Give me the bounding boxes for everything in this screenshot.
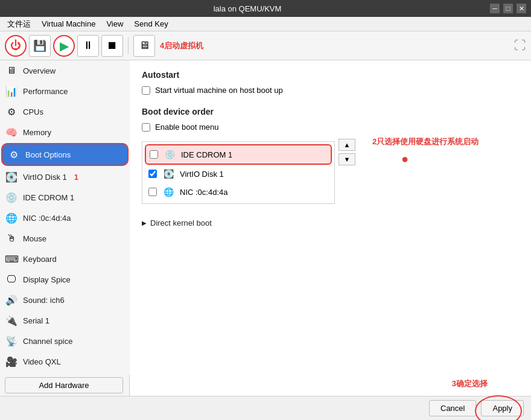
content-area: Autostart Start virtual machine on host … [130, 60, 531, 396]
bottom-bar-right: 3确定选择 Cancel Apply [429, 400, 524, 416]
cdrom-checkbox[interactable] [150, 150, 158, 159]
annotation-2-block: 2只选择使用硬盘进行系统启动 ● [365, 136, 479, 166]
virtio-disk-icon: 💽 [5, 170, 18, 183]
virtio-disk-annotation: 1 [74, 173, 78, 182]
annotation-dot: ● [401, 152, 479, 166]
direct-kernel-label: Direct kernel boot [150, 218, 212, 228]
sidebar-item-label-boot-options: Boot Options [25, 150, 71, 159]
sidebar-item-label-overview: Overview [23, 66, 56, 75]
cdrom-label: IDE CDROM 1 [181, 150, 327, 159]
stop-button[interactable]: ⏹ [101, 35, 123, 57]
toolbar-annotation: 4启动虚拟机 [160, 40, 203, 51]
sidebar: 🖥 Overview 📊 Performance ⚙ CPUs 🧠 Memory… [0, 60, 130, 375]
cancel-button[interactable]: Cancel [429, 400, 476, 416]
virtio-device-icon: 💽 [162, 167, 175, 180]
sidebar-item-keyboard[interactable]: ⌨ Keyboard [0, 249, 130, 269]
autostart-checkbox[interactable] [142, 86, 150, 95]
virtio-checkbox[interactable] [148, 170, 157, 178]
sidebar-item-label-video-qxl: Video QXL [23, 357, 61, 366]
menu-send-key[interactable]: Send Key [129, 18, 173, 30]
autostart-row: Start virtual machine on host boot up [142, 86, 519, 95]
boot-order-title: Boot device order [142, 107, 519, 116]
sidebar-item-display-spice[interactable]: 🖵 Display Spice [0, 269, 130, 290]
power-button[interactable]: ⏻ [5, 35, 27, 57]
screenshot-button[interactable]: 🖥 [133, 35, 155, 57]
ide-cdrom-icon: 💿 [5, 191, 18, 204]
run-btn-wrapper: ▶ [53, 35, 75, 57]
serial-icon: 🔌 [5, 314, 18, 327]
sidebar-item-serial-1[interactable]: 🔌 Serial 1 [0, 310, 130, 331]
boot-order-controls: ▲ ▼ [339, 139, 355, 165]
nic-device-icon: 🌐 [162, 185, 175, 199]
sidebar-item-performance[interactable]: 📊 Performance [0, 81, 130, 101]
pause-button[interactable]: ⏸ [77, 35, 99, 57]
run-button[interactable]: ▶ [53, 35, 75, 57]
boot-order-down-button[interactable]: ▼ [339, 153, 355, 165]
sidebar-item-label-serial: Serial 1 [23, 316, 49, 325]
sidebar-item-label-cpus: CPUs [23, 107, 43, 116]
performance-icon: 📊 [5, 84, 18, 98]
autostart-label: Start virtual machine on host boot up [155, 86, 283, 95]
sidebar-item-label-memory: Memory [23, 128, 51, 137]
save-button[interactable]: 💾 [29, 35, 51, 57]
sidebar-item-label-nic: NIC :0c:4d:4a [23, 214, 71, 223]
direct-kernel-triangle-icon: ▶ [142, 220, 147, 226]
sidebar-item-virtio-disk-1[interactable]: 💽 VirtIO Disk 1 1 [0, 167, 130, 187]
sidebar-item-label-performance: Performance [23, 87, 68, 96]
overview-icon: 🖥 [5, 64, 18, 77]
mouse-icon: 🖱 [5, 232, 18, 245]
sidebar-item-ide-cdrom-1[interactable]: 💿 IDE CDROM 1 [0, 187, 130, 208]
boot-order-list: 💿 IDE CDROM 1 💽 VirtIO Disk 1 🌐 NIC :0c:… [142, 141, 335, 204]
apply-btn-wrapper: Apply [481, 400, 524, 416]
sidebar-item-label-channel-spice: Channel spice [23, 337, 72, 346]
sidebar-item-channel-spice[interactable]: 📡 Channel spice [0, 331, 130, 351]
sidebar-item-video-qxl[interactable]: 🎥 Video QXL [0, 351, 130, 372]
nic-icon: 🌐 [5, 211, 18, 224]
direct-kernel-row[interactable]: ▶ Direct kernel boot [142, 218, 519, 228]
apply-button[interactable]: Apply [481, 400, 524, 416]
sound-icon: 🔊 [5, 293, 18, 307]
boot-menu-checkbox[interactable] [142, 123, 150, 132]
sidebar-item-overview[interactable]: 🖥 Overview [0, 60, 130, 81]
boot-order-up-button[interactable]: ▲ [339, 139, 355, 151]
boot-menu-row: Enable boot menu [142, 122, 519, 132]
boot-device-cdrom: 💿 IDE CDROM 1 [145, 144, 332, 165]
sidebar-item-controller-usb[interactable]: 🔌 Controller USB [0, 372, 130, 375]
menu-view[interactable]: View [101, 18, 128, 30]
add-hardware-wrapper: Add Hardware [5, 377, 124, 393]
annotation-3-text: 3确定选择 [452, 378, 488, 389]
maximize-button[interactable]: □ [503, 4, 513, 13]
boot-menu-label: Enable boot menu [155, 122, 219, 132]
sidebar-item-label-sound: Sound: ich6 [23, 296, 65, 305]
annotation-2-text: 2只选择使用硬盘进行系统启动 [372, 136, 479, 147]
fullscreen-icon: ⛶ [514, 39, 526, 52]
channel-spice-icon: 📡 [5, 334, 18, 348]
keyboard-icon: ⌨ [5, 252, 18, 266]
menu-file[interactable]: 文件运 [2, 18, 36, 31]
titlebar: lala on QEMU/KVM ─ □ ✕ [0, 0, 531, 17]
autostart-title: Autostart [142, 70, 519, 80]
boot-order-section: 💿 IDE CDROM 1 💽 VirtIO Disk 1 🌐 NIC :0c:… [142, 136, 519, 209]
toolbar-separator [128, 37, 129, 54]
sidebar-item-boot-options[interactable]: ⚙ Boot Options [1, 143, 129, 166]
display-spice-icon: 🖵 [5, 273, 18, 286]
power-btn-wrapper: ⏻ [5, 35, 27, 57]
main-layout: 🖥 Overview 📊 Performance ⚙ CPUs 🧠 Memory… [0, 60, 531, 396]
sidebar-item-memory[interactable]: 🧠 Memory [0, 122, 130, 142]
minimize-button[interactable]: ─ [490, 4, 500, 13]
sidebar-item-nic[interactable]: 🌐 NIC :0c:4d:4a [0, 208, 130, 228]
menu-virtual-machine[interactable]: Virtual Machine [37, 18, 100, 30]
sidebar-item-sound-ich6[interactable]: 🔊 Sound: ich6 [0, 290, 130, 310]
titlebar-title: lala on QEMU/KVM [5, 4, 490, 13]
video-qxl-icon: 🎥 [5, 355, 18, 368]
nic-checkbox[interactable] [148, 188, 157, 196]
sidebar-item-label-mouse: Mouse [23, 234, 46, 243]
toolbar: ⏻ 💾 ▶ ⏸ ⏹ 🖥 4启动虚拟机 ⛶ [0, 31, 531, 60]
sidebar-wrapper: 🖥 Overview 📊 Performance ⚙ CPUs 🧠 Memory… [0, 60, 130, 396]
add-hardware-button[interactable]: Add Hardware [5, 377, 123, 393]
nic-label: NIC :0c:4d:4a [180, 188, 328, 197]
menubar: 文件运 Virtual Machine View Send Key [0, 17, 531, 31]
sidebar-item-cpus[interactable]: ⚙ CPUs [0, 101, 130, 122]
sidebar-item-mouse[interactable]: 🖱 Mouse [0, 228, 130, 249]
close-button[interactable]: ✕ [517, 4, 526, 13]
